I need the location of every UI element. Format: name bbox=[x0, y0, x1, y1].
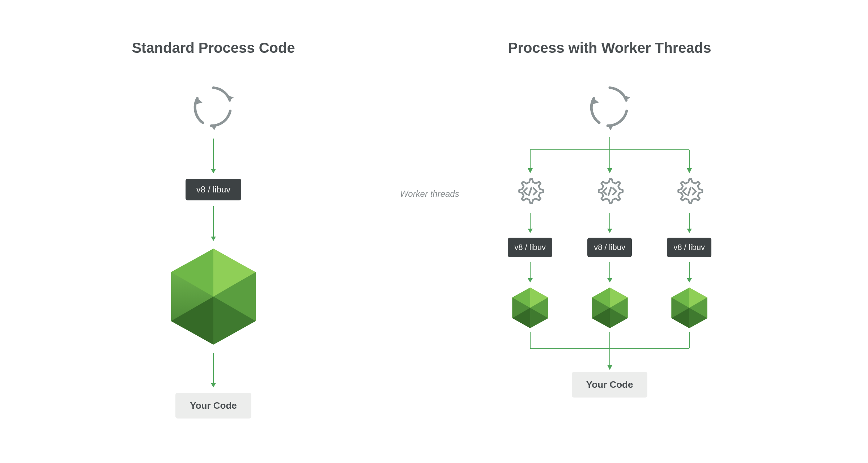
svg-marker-20 bbox=[687, 168, 692, 173]
svg-line-37 bbox=[688, 187, 690, 195]
worker-gears-row: v8 / libuv bbox=[505, 175, 715, 330]
v8-libuv-chip: v8 / libuv bbox=[667, 238, 711, 257]
worker-threads-column: Process with Worker Threads bbox=[483, 40, 736, 419]
standard-title: Standard Process Code bbox=[132, 40, 295, 56]
arrow-down bbox=[213, 139, 214, 173]
arrow-down bbox=[213, 353, 214, 387]
node-hexagon-icon bbox=[590, 286, 630, 330]
worker-branch: v8 / libuv bbox=[505, 175, 556, 330]
arrow-down bbox=[609, 262, 610, 282]
your-code-chip: Your Code bbox=[175, 393, 251, 419]
svg-line-29 bbox=[608, 187, 611, 195]
svg-marker-0 bbox=[226, 95, 234, 100]
v8-libuv-chip: v8 / libuv bbox=[508, 238, 552, 257]
worker-branch: v8 / libuv bbox=[664, 175, 715, 330]
svg-line-21 bbox=[529, 187, 531, 195]
arrow-down bbox=[689, 213, 690, 233]
event-loop-icon bbox=[583, 81, 637, 132]
code-gear-icon bbox=[593, 175, 626, 208]
code-gear-icon bbox=[673, 175, 706, 208]
v8-libuv-chip: v8 / libuv bbox=[186, 179, 242, 200]
arrow-down bbox=[689, 262, 690, 282]
arrow-down bbox=[530, 262, 531, 282]
event-loop-icon bbox=[186, 81, 241, 132]
diagram-canvas: Standard Process Code v8 / libuv bbox=[0, 40, 868, 419]
code-gear-icon bbox=[514, 175, 546, 208]
fan-out-connector bbox=[505, 137, 715, 175]
arrow-down bbox=[609, 213, 610, 233]
svg-marker-19 bbox=[607, 168, 612, 173]
worker-title: Process with Worker Threads bbox=[508, 40, 711, 56]
svg-marker-10 bbox=[622, 95, 630, 100]
svg-marker-18 bbox=[528, 168, 533, 173]
v8-libuv-chip: v8 / libuv bbox=[587, 238, 632, 257]
standard-process-column: Standard Process Code v8 / libuv bbox=[132, 40, 295, 419]
svg-marker-50 bbox=[607, 365, 612, 370]
fan-in-connector bbox=[505, 332, 715, 372]
node-hexagon-icon bbox=[510, 286, 550, 330]
worker-branch: v8 / libuv bbox=[584, 175, 635, 330]
worker-threads-label: Worker threads bbox=[400, 189, 459, 199]
node-hexagon-icon bbox=[166, 244, 260, 349]
your-code-chip: Your Code bbox=[572, 372, 648, 398]
node-hexagon-icon bbox=[669, 286, 709, 330]
arrow-down bbox=[213, 206, 214, 241]
arrow-down bbox=[530, 213, 531, 233]
